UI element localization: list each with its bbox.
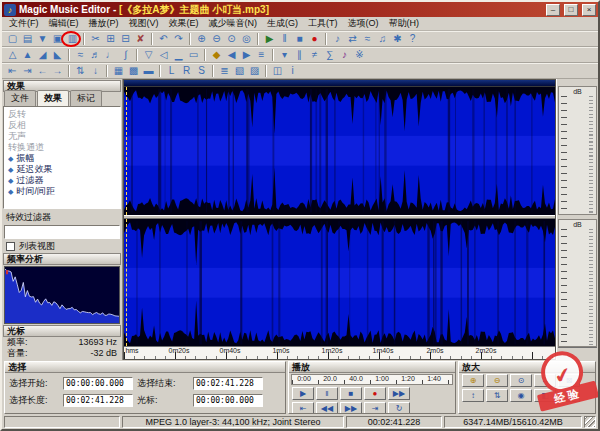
delete-button[interactable]: ✘ <box>133 32 148 46</box>
zoom-selection-button[interactable]: ⊙ <box>224 32 239 46</box>
playback-mini-ruler[interactable]: 0:0020.040.01:001:201:40 <box>291 374 453 385</box>
minimize-button[interactable]: – <box>546 4 560 16</box>
go-start-button[interactable]: ⇤ <box>5 64 20 78</box>
zoom-in-h-button[interactable]: ⊕ <box>462 374 484 387</box>
options-button[interactable]: ※ <box>352 48 367 62</box>
transport-go-start-button[interactable]: ⇤ <box>292 402 314 414</box>
spectrum-button[interactable]: ♫ <box>375 32 390 46</box>
transport-forward-button[interactable]: ▶▶ <box>340 402 362 414</box>
transport-play-button[interactable]: ▶ <box>292 387 314 400</box>
close-button[interactable]: × <box>582 4 596 16</box>
db-ruler-left-channel[interactable]: dB <box>558 86 597 215</box>
channel-right-button[interactable]: R <box>179 64 194 78</box>
menu-play[interactable]: 播放(P) <box>84 16 124 31</box>
menu-options[interactable]: 选项(O) <box>343 16 384 31</box>
grid-button[interactable]: ▦ <box>111 64 126 78</box>
tab-file[interactable]: 文件 <box>4 90 36 106</box>
reverb-button[interactable]: ♬ <box>88 48 103 62</box>
effect-filter[interactable]: ◆过滤器 <box>5 175 119 186</box>
time-ruler[interactable]: hms0m20s0m40s1m0s1m20s1m40s2m0s2m20s <box>124 346 555 359</box>
menu-effects[interactable]: 效果(E) <box>164 16 204 31</box>
paste-button[interactable]: ⊟ <box>118 32 133 46</box>
menu-tools[interactable]: 工具(T) <box>303 16 343 31</box>
effect-delay[interactable]: ◆延迟效果 <box>5 164 119 175</box>
properties-button[interactable]: ≣ <box>217 64 232 78</box>
ruler-button[interactable]: ▬ <box>141 64 156 78</box>
zoom-reset-button[interactable]: ◉ <box>510 389 532 402</box>
amplify-button[interactable]: △ <box>5 48 20 62</box>
history-button[interactable]: ▨ <box>247 64 262 78</box>
mixer-button[interactable]: ♪ <box>330 32 345 46</box>
menu-file[interactable]: 文件(F) <box>4 16 44 31</box>
transport-rewind-button[interactable]: ◀◀ <box>316 402 338 414</box>
invert-button[interactable]: ▽ <box>141 48 156 62</box>
about-button[interactable]: i <box>285 64 300 78</box>
window-split-button[interactable]: ◫ <box>270 64 285 78</box>
pause-button[interactable]: ‖ <box>277 32 292 46</box>
normalize-button[interactable]: ▲ <box>20 48 35 62</box>
go-end-button[interactable]: ⇥ <box>20 64 35 78</box>
zoom-all-button[interactable]: ◎ <box>239 32 254 46</box>
selection-end-value[interactable]: 00:02:41.228 <box>193 377 263 390</box>
console-button[interactable]: ▧ <box>232 64 247 78</box>
fade-in-button[interactable]: ◢ <box>35 48 50 62</box>
resize-grip[interactable] <box>584 416 596 428</box>
transport-play-selection-button[interactable]: ▶▶ <box>388 387 410 400</box>
menu-view[interactable]: 视图(V) <box>124 16 164 31</box>
zoom-in-button[interactable]: ⊕ <box>194 32 209 46</box>
cursor-position-value[interactable]: 00:00:00.000 <box>193 394 263 407</box>
step-back-button[interactable]: ← <box>35 64 50 78</box>
menu-edit[interactable]: 编辑(E) <box>44 16 84 31</box>
zoom-out-v-button[interactable]: ⇅ <box>486 389 508 402</box>
effect-amplitude[interactable]: ◆振幅 <box>5 153 119 164</box>
convert-button[interactable]: ⇄ <box>345 32 360 46</box>
menu-generate[interactable]: 生成(G) <box>262 16 303 31</box>
marker-add-button[interactable]: ◆ <box>209 48 224 62</box>
zoom-full-button[interactable]: ⊠ <box>558 374 580 387</box>
zoom-in-v-button[interactable]: ↕ <box>462 389 484 402</box>
stop-button[interactable]: ■ <box>292 32 307 46</box>
zoom-out-h-button[interactable]: ⊖ <box>486 374 508 387</box>
effect-time-pitch[interactable]: ◆时间/间距 <box>5 186 119 197</box>
effect-filter-input[interactable] <box>4 225 120 239</box>
echo-button[interactable]: ≈ <box>73 48 88 62</box>
listview-checkbox[interactable] <box>6 242 15 251</box>
selection-length-value[interactable]: 00:02:41.228 <box>63 394 133 407</box>
reverse-button[interactable]: ◁ <box>156 48 171 62</box>
db-ruler-right-channel[interactable]: dB <box>558 219 597 348</box>
open-file-button[interactable]: ▤ <box>20 32 35 46</box>
transport-go-end-button[interactable]: ⇥ <box>364 402 386 414</box>
chorus-button[interactable]: ♩ <box>103 48 118 62</box>
marker-prev-button[interactable]: ◀ <box>224 48 239 62</box>
frequency-analysis-button[interactable]: ≈ <box>360 32 375 46</box>
help-button[interactable]: ? <box>405 32 420 46</box>
cut-button[interactable]: ✂ <box>88 32 103 46</box>
play-button[interactable]: ▶ <box>262 32 277 46</box>
zoom-to-selection-button[interactable]: ⊙ <box>510 374 532 387</box>
step-forward-button[interactable]: → <box>50 64 65 78</box>
equalizer-button[interactable]: ∥ <box>292 48 307 62</box>
generate-tone-button[interactable]: ♪ <box>337 48 352 62</box>
channel-stereo-button[interactable]: S <box>194 64 209 78</box>
marker-list-button[interactable]: ≡ <box>254 48 269 62</box>
waveform-channel-right[interactable] <box>124 219 555 347</box>
zoom-left-button[interactable]: ◧ <box>534 389 556 402</box>
save-file-button[interactable]: ▥ <box>65 32 80 46</box>
transport-pause-button[interactable]: ‖ <box>316 387 338 400</box>
silence-button[interactable]: ▁ <box>171 48 186 62</box>
menu-noise-reduction[interactable]: 减少噪音(N) <box>204 16 263 31</box>
trim-button[interactable]: ▭ <box>186 48 201 62</box>
open-recent-button[interactable]: ▼ <box>35 32 50 46</box>
copy-button[interactable]: ⊞ <box>103 32 118 46</box>
filter-button[interactable]: ▾ <box>277 48 292 62</box>
transport-stop-button[interactable]: ■ <box>340 387 362 400</box>
tab-effects[interactable]: 效果 <box>37 90 69 106</box>
fade-out-button[interactable]: ◣ <box>50 48 65 62</box>
redo-button[interactable]: ↷ <box>171 32 186 46</box>
noise-reduce-button[interactable]: ≠ <box>307 48 322 62</box>
overview-strip[interactable] <box>124 80 555 87</box>
record-button[interactable]: ● <box>307 32 322 46</box>
zoom-right-button[interactable]: ◨ <box>558 389 580 402</box>
marker-next-button[interactable]: ▶ <box>239 48 254 62</box>
scroll-lock-button[interactable]: ⇅ <box>73 64 88 78</box>
